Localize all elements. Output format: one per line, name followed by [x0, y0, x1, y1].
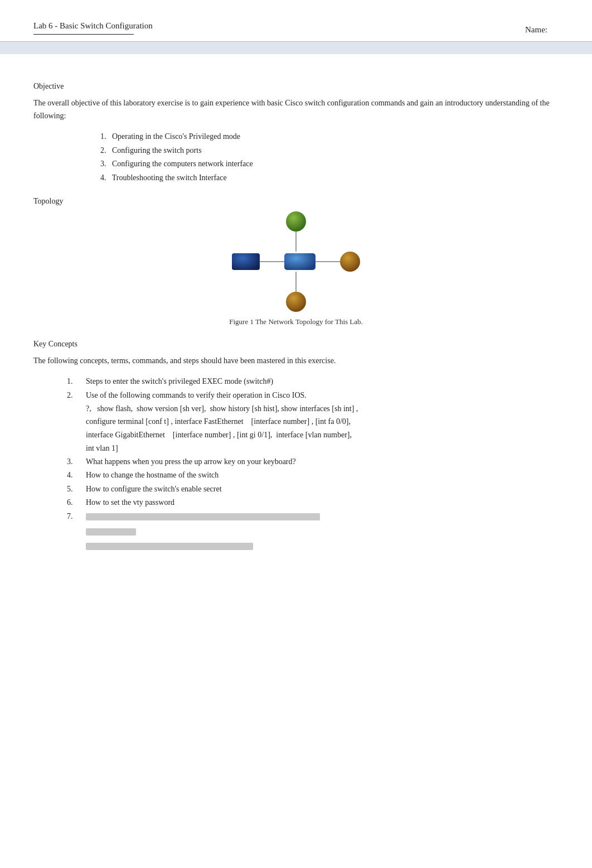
kc-item-8-blurred: [86, 539, 559, 553]
list-item: 1. Operating in the Cisco's Privileged m…: [100, 130, 559, 144]
center-switch-icon: [284, 253, 316, 270]
header-left: Lab 6 - Basic Switch Configuration: [33, 21, 153, 35]
top-device-shape: [286, 211, 306, 232]
list-item: 1. Steps to enter the switch's privilege…: [67, 375, 559, 389]
topology-heading: Topology: [33, 197, 559, 206]
kc-item-5: How to configure the switch's enable sec…: [86, 483, 559, 496]
topology-section: Topology: [33, 197, 559, 326]
figure-caption: Figure 1 The Network Topology for This L…: [33, 317, 559, 326]
list-item: 2. Configuring the switch ports: [100, 144, 559, 158]
objective-intro: The overall objective of this laboratory…: [33, 97, 559, 122]
kc-item-1: Steps to enter the switch's privileged E…: [86, 375, 559, 389]
list-item: 2. Use of the following commands to veri…: [67, 389, 559, 455]
vline-bot: [295, 272, 297, 292]
list-item: 3. Configuring the computers network int…: [100, 157, 559, 171]
header-underline: [33, 34, 134, 35]
list-item: [67, 539, 559, 553]
topo-bot-node: [286, 272, 306, 312]
main-content: Objective The overall objective of this …: [0, 54, 592, 575]
kc-item-6: How to set the vty password: [86, 496, 559, 510]
key-concepts-heading: Key Concepts: [33, 340, 559, 349]
key-concepts-list: 1. Steps to enter the switch's privilege…: [67, 375, 559, 553]
bot-device-icon: [286, 292, 306, 312]
right-device-shape: [340, 252, 360, 272]
list-item: 4. Troubleshooting the switch Interface: [100, 171, 559, 185]
objective-list: 1. Operating in the Cisco's Privileged m…: [100, 130, 559, 185]
left-pc-icon: [232, 253, 260, 270]
blue-bar: [0, 42, 592, 54]
kc-item-7-blurred: [86, 510, 559, 537]
kc-item-2: Use of the following commands to verify …: [86, 389, 559, 455]
key-concepts-intro: The following concepts, terms, commands,…: [33, 354, 559, 367]
center-switch-shape: [284, 253, 316, 270]
list-item: 7.: [67, 510, 559, 537]
header-right: Name:: [525, 25, 559, 35]
vline-top: [295, 232, 297, 252]
page: Lab 6 - Basic Switch Configuration Name:…: [0, 0, 592, 868]
top-device-icon: [286, 211, 306, 232]
right-device-icon: [340, 252, 360, 272]
kc-item-3: What happens when you press the up arrow…: [86, 455, 559, 469]
header: Lab 6 - Basic Switch Configuration Name:: [0, 0, 592, 42]
list-item: 3. What happens when you press the up ar…: [67, 455, 559, 469]
left-pc-shape: [232, 253, 260, 270]
topo-mid-row: [232, 252, 360, 272]
list-item: 4. How to change the hostname of the swi…: [67, 469, 559, 483]
topo-top-node: [286, 211, 306, 252]
bot-device-shape: [286, 292, 306, 312]
lab-title: Lab 6 - Basic Switch Configuration: [33, 21, 153, 30]
name-label: Name:: [525, 25, 559, 34]
key-concepts-section: Key Concepts The following concepts, ter…: [33, 340, 559, 553]
hline-left: [260, 261, 284, 262]
hline-right: [316, 261, 340, 262]
list-item: 5. How to configure the switch's enable …: [67, 483, 559, 496]
kc-item-4: How to change the hostname of the switch: [86, 469, 559, 483]
topology-diagram: [33, 211, 559, 312]
objective-heading: Objective: [33, 82, 559, 91]
list-item: 6. How to set the vty password: [67, 496, 559, 510]
